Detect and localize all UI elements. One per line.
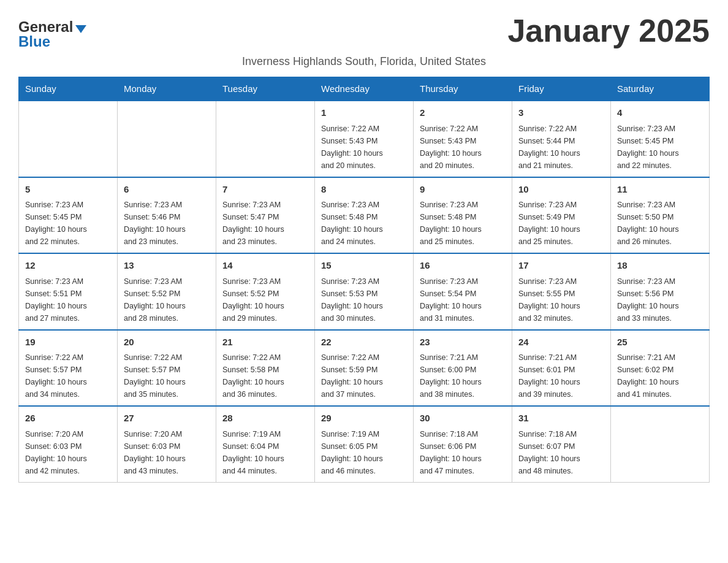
- calendar-cell: 20Sunrise: 7:22 AMSunset: 5:57 PMDayligh…: [118, 330, 216, 407]
- day-info: Sunrise: 7:23 AMSunset: 5:51 PMDaylight:…: [25, 275, 111, 324]
- calendar-cell: 1Sunrise: 7:22 AMSunset: 5:43 PMDaylight…: [315, 101, 414, 177]
- day-number: 3: [518, 106, 604, 120]
- calendar-cell: 17Sunrise: 7:23 AMSunset: 5:55 PMDayligh…: [512, 253, 611, 330]
- day-info: Sunrise: 7:23 AMSunset: 5:48 PMDaylight:…: [321, 199, 407, 248]
- day-info: Sunrise: 7:20 AMSunset: 6:03 PMDaylight:…: [25, 428, 111, 477]
- week-row-5: 26Sunrise: 7:20 AMSunset: 6:03 PMDayligh…: [19, 406, 710, 482]
- calendar-cell: 26Sunrise: 7:20 AMSunset: 6:03 PMDayligh…: [19, 406, 118, 482]
- week-row-3: 12Sunrise: 7:23 AMSunset: 5:51 PMDayligh…: [19, 253, 710, 330]
- calendar-cell: 29Sunrise: 7:19 AMSunset: 6:05 PMDayligh…: [315, 406, 414, 482]
- day-info: Sunrise: 7:23 AMSunset: 5:47 PMDaylight:…: [222, 199, 308, 248]
- day-info: Sunrise: 7:22 AMSunset: 5:43 PMDaylight:…: [420, 123, 506, 172]
- calendar-cell: 23Sunrise: 7:21 AMSunset: 6:00 PMDayligh…: [414, 330, 512, 407]
- week-row-1: 1Sunrise: 7:22 AMSunset: 5:43 PMDaylight…: [19, 101, 710, 177]
- day-number: 5: [25, 183, 111, 197]
- calendar-cell: 7Sunrise: 7:23 AMSunset: 5:47 PMDaylight…: [216, 177, 315, 254]
- days-header-row: SundayMondayTuesdayWednesdayThursdayFrid…: [19, 77, 710, 101]
- day-info: Sunrise: 7:23 AMSunset: 5:46 PMDaylight:…: [124, 199, 210, 248]
- day-of-week-monday: Monday: [118, 77, 216, 101]
- calendar-cell: 6Sunrise: 7:23 AMSunset: 5:46 PMDaylight…: [118, 177, 216, 254]
- day-number: 14: [222, 259, 308, 273]
- calendar-cell: [216, 101, 315, 177]
- day-info: Sunrise: 7:23 AMSunset: 5:54 PMDaylight:…: [420, 275, 506, 324]
- day-info: Sunrise: 7:23 AMSunset: 5:45 PMDaylight:…: [25, 199, 111, 248]
- day-number: 30: [420, 412, 506, 426]
- calendar-cell: 16Sunrise: 7:23 AMSunset: 5:54 PMDayligh…: [414, 253, 512, 330]
- day-of-week-thursday: Thursday: [414, 77, 512, 101]
- day-info: Sunrise: 7:23 AMSunset: 5:50 PMDaylight:…: [617, 199, 703, 248]
- calendar-cell: 31Sunrise: 7:18 AMSunset: 6:07 PMDayligh…: [512, 406, 611, 482]
- week-row-4: 19Sunrise: 7:22 AMSunset: 5:57 PMDayligh…: [19, 330, 710, 407]
- logo-blue-text: Blue: [18, 33, 50, 50]
- day-number: 13: [124, 259, 210, 273]
- calendar-cell: 27Sunrise: 7:20 AMSunset: 6:03 PMDayligh…: [118, 406, 216, 482]
- day-number: 4: [617, 106, 703, 120]
- month-title: January 2025: [507, 12, 710, 49]
- day-number: 23: [420, 335, 506, 350]
- calendar-cell: 18Sunrise: 7:23 AMSunset: 5:56 PMDayligh…: [611, 253, 710, 330]
- calendar-cell: 22Sunrise: 7:22 AMSunset: 5:59 PMDayligh…: [315, 330, 414, 407]
- day-number: 8: [321, 183, 407, 197]
- calendar-cell: [611, 406, 710, 482]
- calendar-cell: 4Sunrise: 7:23 AMSunset: 5:45 PMDaylight…: [611, 101, 710, 177]
- page-header: General Blue January 2025: [18, 12, 710, 50]
- day-number: 16: [420, 259, 506, 273]
- day-info: Sunrise: 7:22 AMSunset: 5:58 PMDaylight:…: [222, 351, 308, 400]
- day-number: 25: [617, 335, 703, 350]
- day-info: Sunrise: 7:23 AMSunset: 5:53 PMDaylight:…: [321, 275, 407, 324]
- day-number: 15: [321, 259, 407, 273]
- day-number: 12: [25, 259, 111, 273]
- logo-triangle-icon: [75, 25, 86, 33]
- day-number: 11: [617, 183, 703, 197]
- day-of-week-friday: Friday: [512, 77, 611, 101]
- calendar-cell: 13Sunrise: 7:23 AMSunset: 5:52 PMDayligh…: [118, 253, 216, 330]
- day-info: Sunrise: 7:23 AMSunset: 5:49 PMDaylight:…: [518, 199, 604, 248]
- day-info: Sunrise: 7:23 AMSunset: 5:55 PMDaylight:…: [518, 275, 604, 324]
- day-number: 17: [518, 259, 604, 273]
- calendar-cell: 3Sunrise: 7:22 AMSunset: 5:44 PMDaylight…: [512, 101, 611, 177]
- day-info: Sunrise: 7:18 AMSunset: 6:06 PMDaylight:…: [420, 428, 506, 477]
- calendar-table: SundayMondayTuesdayWednesdayThursdayFrid…: [18, 77, 710, 483]
- calendar-cell: 25Sunrise: 7:21 AMSunset: 6:02 PMDayligh…: [611, 330, 710, 407]
- calendar-cell: 2Sunrise: 7:22 AMSunset: 5:43 PMDaylight…: [414, 101, 512, 177]
- day-number: 9: [420, 183, 506, 197]
- day-info: Sunrise: 7:20 AMSunset: 6:03 PMDaylight:…: [124, 428, 210, 477]
- day-number: 28: [222, 412, 308, 426]
- calendar-cell: 5Sunrise: 7:23 AMSunset: 5:45 PMDaylight…: [19, 177, 118, 254]
- calendar-cell: 19Sunrise: 7:22 AMSunset: 5:57 PMDayligh…: [19, 330, 118, 407]
- day-info: Sunrise: 7:23 AMSunset: 5:45 PMDaylight:…: [617, 123, 703, 172]
- calendar-cell: 24Sunrise: 7:21 AMSunset: 6:01 PMDayligh…: [512, 330, 611, 407]
- calendar-cell: [118, 101, 216, 177]
- day-number: 7: [222, 183, 308, 197]
- day-info: Sunrise: 7:18 AMSunset: 6:07 PMDaylight:…: [518, 428, 604, 477]
- day-number: 1: [321, 106, 407, 120]
- day-info: Sunrise: 7:22 AMSunset: 5:57 PMDaylight:…: [25, 351, 111, 400]
- day-info: Sunrise: 7:23 AMSunset: 5:52 PMDaylight:…: [222, 275, 308, 324]
- day-info: Sunrise: 7:19 AMSunset: 6:04 PMDaylight:…: [222, 428, 308, 477]
- calendar-cell: 11Sunrise: 7:23 AMSunset: 5:50 PMDayligh…: [611, 177, 710, 254]
- calendar-cell: 15Sunrise: 7:23 AMSunset: 5:53 PMDayligh…: [315, 253, 414, 330]
- calendar-cell: 14Sunrise: 7:23 AMSunset: 5:52 PMDayligh…: [216, 253, 315, 330]
- day-info: Sunrise: 7:19 AMSunset: 6:05 PMDaylight:…: [321, 428, 407, 477]
- day-info: Sunrise: 7:22 AMSunset: 5:43 PMDaylight:…: [321, 123, 407, 172]
- calendar-cell: 10Sunrise: 7:23 AMSunset: 5:49 PMDayligh…: [512, 177, 611, 254]
- day-number: 20: [124, 335, 210, 350]
- day-info: Sunrise: 7:21 AMSunset: 6:02 PMDaylight:…: [617, 351, 703, 400]
- calendar-cell: 21Sunrise: 7:22 AMSunset: 5:58 PMDayligh…: [216, 330, 315, 407]
- day-number: 19: [25, 335, 111, 350]
- day-number: 26: [25, 412, 111, 426]
- day-info: Sunrise: 7:22 AMSunset: 5:59 PMDaylight:…: [321, 351, 407, 400]
- day-number: 10: [518, 183, 604, 197]
- day-number: 22: [321, 335, 407, 350]
- day-number: 27: [124, 412, 210, 426]
- day-number: 2: [420, 106, 506, 120]
- day-number: 21: [222, 335, 308, 350]
- day-info: Sunrise: 7:22 AMSunset: 5:44 PMDaylight:…: [518, 123, 604, 172]
- day-info: Sunrise: 7:23 AMSunset: 5:48 PMDaylight:…: [420, 199, 506, 248]
- calendar-cell: 12Sunrise: 7:23 AMSunset: 5:51 PMDayligh…: [19, 253, 118, 330]
- calendar-cell: [19, 101, 118, 177]
- week-row-2: 5Sunrise: 7:23 AMSunset: 5:45 PMDaylight…: [19, 177, 710, 254]
- day-number: 6: [124, 183, 210, 197]
- calendar-cell: 9Sunrise: 7:23 AMSunset: 5:48 PMDaylight…: [414, 177, 512, 254]
- day-info: Sunrise: 7:21 AMSunset: 6:01 PMDaylight:…: [518, 351, 604, 400]
